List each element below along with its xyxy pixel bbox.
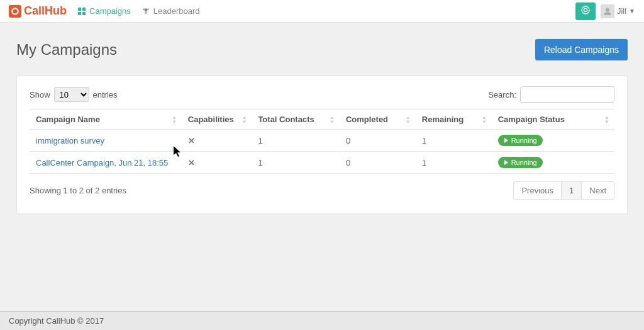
table-footer: Showing 1 to 2 of 2 entries Previous 1 N…	[30, 181, 614, 200]
table-info: Showing 1 to 2 of 2 entries	[30, 186, 126, 195]
play-icon	[504, 160, 509, 165]
col-campaign-name[interactable]: Campaign Name▲▼	[30, 110, 182, 130]
col-completed[interactable]: Completed▲▼	[340, 110, 416, 130]
col-total-contacts[interactable]: Total Contacts▲▼	[252, 110, 340, 130]
sort-icon: ▲▼	[172, 115, 177, 124]
cell-completed: 0	[340, 130, 416, 152]
search-input[interactable]	[520, 86, 614, 103]
life-ring-icon	[580, 5, 591, 17]
caret-down-icon: ▼	[629, 8, 635, 14]
campaign-link[interactable]: CallCenter Campaign, Jun 21, 18:55	[36, 158, 168, 168]
sort-icon: ▲▼	[242, 115, 247, 124]
entries-select[interactable]: 10	[54, 87, 89, 102]
search-label: Search:	[488, 90, 516, 100]
main-content: My Campaigns Reload Campaigns Show 10 en…	[0, 23, 644, 224]
topbar-left: CallHub Campaigns Leaderboard	[9, 4, 200, 18]
page-title: My Campaigns	[16, 41, 117, 59]
sort-icon: ▲▼	[330, 115, 335, 124]
svg-marker-9	[504, 138, 508, 143]
col-remaining[interactable]: Remaining▲▼	[416, 110, 492, 130]
topbar-right: Jill ▼	[575, 3, 635, 20]
x-icon: ✕	[188, 136, 195, 145]
svg-marker-10	[504, 160, 508, 165]
pagination: Previous 1 Next	[513, 181, 614, 200]
table-header-row: Campaign Name▲▼ Capabilities▲▼ Total Con…	[30, 110, 614, 130]
nav-campaigns-label: Campaigns	[89, 6, 131, 16]
trophy-icon	[142, 8, 150, 15]
nav-leaderboard-label: Leaderboard	[153, 6, 200, 16]
status-badge: Running	[498, 135, 543, 146]
brand-name: CallHub	[24, 4, 67, 18]
table-row: CallCenter Campaign, Jun 21, 18:55 ✕ 1 0…	[30, 152, 614, 174]
sort-icon: ▲▼	[604, 115, 609, 124]
show-label-post: entries	[93, 90, 118, 100]
nav-campaigns[interactable]: Campaigns	[78, 6, 131, 16]
svg-point-1	[13, 9, 18, 13]
user-name: Jill	[617, 6, 626, 16]
avatar-icon	[601, 4, 614, 18]
show-label-pre: Show	[30, 90, 50, 100]
logo[interactable]: CallHub	[9, 4, 67, 18]
reload-campaigns-button[interactable]: Reload Campaigns	[535, 39, 628, 60]
entries-length-control: Show 10 entries	[30, 87, 118, 102]
svg-point-6	[582, 6, 589, 14]
title-row: My Campaigns Reload Campaigns	[16, 39, 628, 60]
svg-rect-5	[82, 12, 86, 15]
cell-completed: 0	[340, 152, 416, 174]
svg-rect-4	[78, 12, 81, 15]
svg-rect-3	[82, 8, 86, 11]
cell-total: 1	[252, 152, 340, 174]
campaigns-table: Campaign Name▲▼ Capabilities▲▼ Total Con…	[30, 109, 614, 174]
sort-icon: ▲▼	[482, 115, 487, 124]
page-1-button[interactable]: 1	[561, 181, 582, 200]
play-icon	[504, 138, 509, 143]
nav-leaderboard[interactable]: Leaderboard	[142, 6, 200, 16]
cell-remaining: 1	[416, 130, 492, 152]
grid-icon	[78, 8, 86, 15]
status-badge: Running	[498, 157, 543, 168]
help-button[interactable]	[575, 3, 596, 20]
table-controls: Show 10 entries Search:	[30, 86, 614, 103]
footer: Copyright CallHub © 2017	[0, 311, 644, 330]
cell-total: 1	[252, 130, 340, 152]
logo-icon	[9, 5, 21, 18]
next-button[interactable]: Next	[581, 181, 614, 200]
campaigns-panel: Show 10 entries Search: Campaign Name▲▼ …	[16, 76, 628, 214]
campaign-link[interactable]: immigration survey	[36, 136, 104, 145]
col-capabilities[interactable]: Capabilities▲▼	[182, 110, 252, 130]
svg-point-8	[606, 8, 609, 11]
cell-remaining: 1	[416, 152, 492, 174]
previous-button[interactable]: Previous	[513, 181, 562, 200]
svg-point-7	[584, 8, 587, 11]
topbar: CallHub Campaigns Leaderboard Jill ▼	[0, 0, 644, 23]
col-campaign-status[interactable]: Campaign Status▲▼	[492, 110, 614, 130]
search-control: Search:	[488, 86, 614, 103]
user-menu[interactable]: Jill ▼	[601, 4, 635, 18]
sort-icon: ▲▼	[406, 115, 411, 124]
x-icon: ✕	[188, 158, 195, 168]
table-row: immigration survey ✕ 1 0 1 Running	[30, 130, 614, 152]
copyright: Copyright CallHub © 2017	[9, 316, 104, 326]
svg-rect-2	[78, 8, 81, 11]
